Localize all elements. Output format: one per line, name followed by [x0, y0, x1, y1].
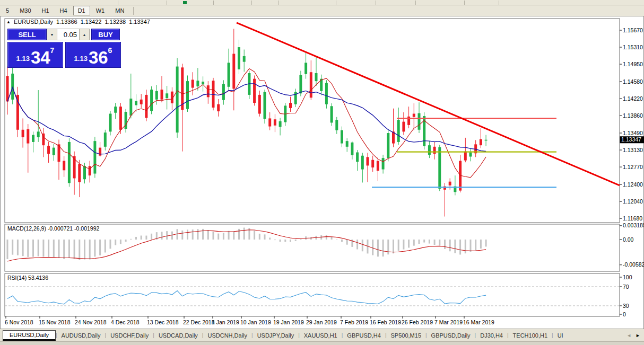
- date-axis-label: 10 Jan 2019: [240, 319, 271, 325]
- date-axis-label: 16 Feb 2019: [370, 319, 401, 325]
- sell-price-main: 34: [31, 51, 50, 65]
- toolbar-separator: [376, 1, 376, 5]
- tab-usdchf-daily[interactable]: USDCHF,Daily: [106, 330, 153, 341]
- panel-frame: [5, 273, 620, 316]
- buy-price-main: 36: [89, 51, 108, 65]
- toolbar-separator: [278, 1, 279, 5]
- current-price-label: 1.13347: [621, 136, 641, 143]
- macd-axis-label: 0.00: [623, 236, 634, 243]
- macd-axis-label: 0.003185: [623, 222, 644, 228]
- ohlc-low: 1.13238: [105, 19, 126, 25]
- timeframe-button-5[interactable]: 5: [1, 6, 14, 15]
- date-axis-label: 7 Mar 2019: [434, 319, 463, 325]
- timeframe-button-d1[interactable]: D1: [73, 6, 90, 15]
- rsi-axis-label: 70: [623, 284, 629, 290]
- date-axis-label: 26 Feb 2019: [402, 319, 433, 325]
- tab-dj30-h4[interactable]: DJ30,H4: [476, 330, 507, 341]
- price-axis-label: 1.12770: [623, 164, 643, 170]
- tab-scroll-right-icon[interactable]: ►: [636, 333, 640, 338]
- date-axis-label: 29 Jan 2019: [306, 319, 337, 325]
- one-click-trading-panel: SELL ▼ ▲ BUY 1.13 34 7 1.13 36 6: [7, 29, 123, 68]
- macd-axis-label: -0.005827: [623, 261, 644, 268]
- date-axis-label: 24 Nov 2018: [75, 319, 107, 325]
- date-axis-label: 6 Nov 2018: [5, 319, 33, 325]
- price-axis-label: 1.13130: [623, 147, 643, 153]
- upper-toolbar-strip: [0, 0, 644, 5]
- chart-workspace: 1.156701.153101.149501.145801.142201.138…: [0, 16, 644, 329]
- toolbar-separator: [415, 1, 416, 5]
- volume-increase-button[interactable]: ▲: [79, 29, 90, 40]
- date-axis-label: 7 Feb 2019: [340, 319, 368, 325]
- toolbar-separator: [133, 7, 134, 15]
- price-axis-label: 1.14950: [623, 61, 643, 67]
- price-axis-label: 1.15310: [623, 44, 643, 50]
- tab-usdjpy-daily[interactable]: USDJPY,Daily: [253, 330, 299, 341]
- buy-price-button[interactable]: 1.13 36 6: [65, 42, 121, 68]
- tab-ui[interactable]: UI: [553, 330, 568, 341]
- date-axis-label: 4 Dec 2018: [111, 319, 140, 325]
- buy-price-pip: 6: [108, 46, 112, 55]
- tab-usdcad-daily[interactable]: USDCAD,Daily: [154, 330, 202, 341]
- date-axis-label: 22 Dec 2018: [183, 319, 215, 325]
- chart-ohlc-header: ▲ EURUSD,Daily 1.13366 1.13422 1.13238 1…: [6, 19, 150, 25]
- toolbar-green-indicator-icon: [183, 1, 187, 4]
- rsi-axis-label: 30: [623, 303, 629, 309]
- price-axis-label: 1.14220: [623, 95, 643, 102]
- price-axis-label: 1.15670: [623, 27, 643, 33]
- price-axis-label: 1.11680: [623, 215, 642, 222]
- ohlc-high: 1.13422: [81, 19, 102, 25]
- tab-xauusd-h1[interactable]: XAUUSD,H1: [300, 330, 342, 341]
- tab-audusd-daily[interactable]: AUDUSD,Daily: [57, 330, 105, 341]
- toolbar-separator: [464, 1, 465, 5]
- date-axis-label: 13 Dec 2018: [147, 319, 179, 325]
- date-axis-label: 16 Mar 2019: [463, 319, 494, 325]
- sell-price-button[interactable]: 1.13 34 7: [7, 42, 63, 68]
- price-axis-label: 1.14580: [623, 78, 643, 85]
- volume-input[interactable]: [57, 29, 79, 40]
- tab-sp500-m15[interactable]: SP500,M15: [387, 330, 425, 341]
- status-strip: [0, 341, 644, 344]
- timeframe-button-h4[interactable]: H4: [55, 6, 72, 15]
- timeframe-button-mn[interactable]: MN: [110, 6, 129, 15]
- sell-price-prefix: 1.13: [16, 55, 30, 63]
- date-axis-label: 19 Jan 2019: [273, 319, 304, 325]
- price-axis-label: 1.13490: [623, 130, 643, 136]
- chart-symbol-label: EURUSD,Daily: [14, 19, 53, 25]
- symbol-tab-bar: EURUSD,Daily|AUDUSD,Daily|USDCHF,Daily|U…: [0, 329, 644, 341]
- buy-price-prefix: 1.13: [74, 55, 88, 63]
- timeframe-button-h1[interactable]: H1: [37, 6, 54, 15]
- price-axis-label: 1.12400: [623, 181, 643, 188]
- rsi-axis-label: 100: [623, 274, 632, 280]
- tab-tech100-h1[interactable]: TECH100,H1: [509, 330, 552, 341]
- tab-gbpusd-daily[interactable]: GBPUSD,Daily: [427, 330, 475, 341]
- sell-price-pip: 7: [50, 46, 55, 55]
- toolbar-separator: [167, 1, 167, 5]
- tab-eurusd-daily[interactable]: EURUSD,Daily: [3, 330, 56, 341]
- timeframe-toolbar: 5M30H1H4D1W1MN: [0, 5, 644, 16]
- timeframe-button-m30[interactable]: M30: [15, 6, 36, 15]
- tab-gbpusd-h4[interactable]: GBPUSD,H4: [343, 330, 385, 341]
- toolbar-separator: [213, 1, 214, 5]
- toolbar-separator: [118, 1, 118, 5]
- toolbar-separator: [336, 1, 336, 5]
- tab-scroll-arrows: ◄ ►: [624, 329, 642, 341]
- rsi-label: RSI(14) 53.4136: [7, 275, 48, 281]
- price-axis-label: 1.13860: [623, 112, 643, 119]
- date-axis-label: 15 Nov 2018: [39, 319, 71, 325]
- toolbar-separator: [499, 1, 499, 5]
- sell-button[interactable]: SELL: [7, 29, 47, 40]
- volume-decrease-button[interactable]: ▼: [47, 29, 57, 40]
- rsi-axis-label: 0: [623, 311, 626, 317]
- tab-usdcnh-daily[interactable]: USDCNH,Daily: [203, 330, 251, 341]
- ohlc-open: 1.13366: [56, 19, 77, 25]
- macd-label: MACD(12,26,9) -0.000721 -0.001992: [7, 225, 100, 232]
- ohlc-close: 1.13347: [129, 19, 150, 25]
- tab-scroll-left-icon[interactable]: ◄: [626, 333, 631, 338]
- buy-button[interactable]: BUY: [91, 29, 120, 40]
- price-axis-label: 1.12040: [623, 198, 643, 205]
- date-axis-label: 1 Jan 2019: [212, 319, 239, 325]
- timeframe-button-w1[interactable]: W1: [91, 6, 110, 15]
- toolbar-separator: [251, 1, 252, 5]
- collapse-arrow-icon[interactable]: ▲: [6, 20, 11, 24]
